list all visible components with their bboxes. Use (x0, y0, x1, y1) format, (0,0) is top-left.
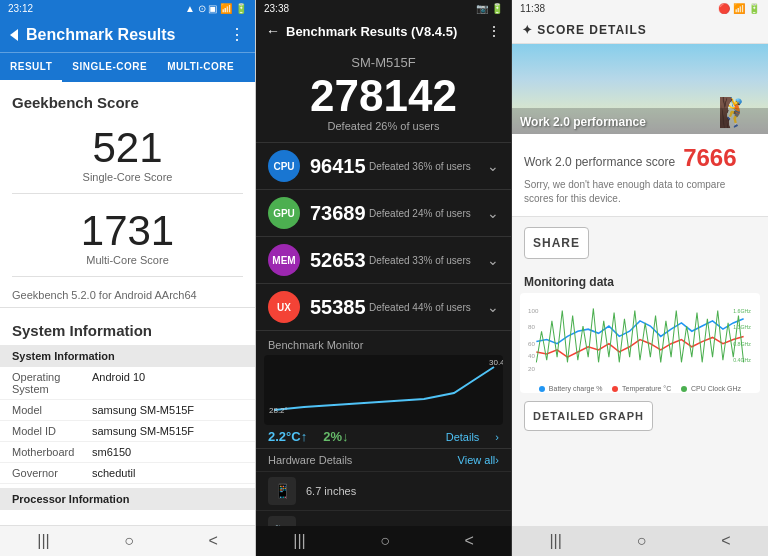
p1-multi-score-block: 1731 Multi-Core Score (0, 200, 255, 270)
p1-time: 23:12 (8, 3, 33, 14)
p1-single-score-number: 521 (0, 127, 255, 169)
p2-hw-item-camera: 📷 5.2 MP+8 MP (256, 510, 511, 526)
p1-tab-result[interactable]: RESULT (0, 53, 62, 82)
p2-nav-back[interactable]: < (464, 532, 473, 550)
p2-mem-chevron: ⌄ (487, 252, 499, 268)
p1-sysinfo-row-mobo: Motherboard sm6150 (0, 442, 255, 463)
p1-processor-header: Processor Information (0, 488, 255, 510)
p2-chart-area: 30.4° 28.2° (264, 355, 503, 425)
p1-sysinfo-row-header: System Information (0, 345, 255, 367)
p2-device-name: SM-M515F (256, 45, 511, 72)
p2-more-icon[interactable]: ⋮ (487, 23, 501, 39)
p2-metric-gpu[interactable]: GPU 73689 Defeated 24% of users ⌄ (256, 189, 511, 236)
svg-text:0.4GHz: 0.4GHz (733, 357, 751, 363)
p3-statusbar: 11:38 🔴 📶 🔋 (512, 0, 768, 17)
p3-share-button[interactable]: SHARE (524, 227, 589, 259)
p2-time: 23:38 (264, 3, 289, 14)
p1-sysinfo-val-mobo: sm6150 (92, 446, 131, 458)
p1-sysinfo-table: System Information Operating System Andr… (0, 345, 255, 484)
p1-tab-single[interactable]: SINGLE-CORE (62, 53, 157, 82)
p2-hw-item-screen: 📱 6.7 inches (256, 471, 511, 510)
p2-hw-screen-text: 6.7 inches (306, 485, 356, 497)
p2-status-icons: 📷 🔋 (476, 3, 503, 14)
p3-temp-dot (612, 386, 618, 392)
p3-nav-back[interactable]: < (721, 532, 730, 550)
p1-back-icon[interactable] (10, 29, 18, 41)
p2-hardware-row: Hardware Details View all › (256, 448, 511, 471)
p1-sysinfo-row-os: Operating System Android 10 (0, 367, 255, 400)
p1-more-icon[interactable]: ⋮ (229, 25, 245, 44)
p1-sysinfo-row-modelid: Model ID samsung SM-M515F (0, 421, 255, 442)
p2-mem-label: Defeated 33% of users (369, 255, 487, 266)
p2-viewall-link[interactable]: View all (458, 454, 496, 466)
p2-toolbar-title: Benchmark Results (V8.4.5) (286, 24, 481, 39)
p3-nav-home[interactable]: ○ (637, 532, 647, 550)
p2-statusbar: 23:38 📷 🔋 (256, 0, 511, 17)
p3-monitoring-chart: 100 80 60 40 20 1.6GHz 1.3GHz 0.8GHz 0.4… (526, 299, 754, 379)
p3-score-section: Work 2.0 performance score 7666 Sorry, w… (512, 134, 768, 217)
p3-monitoring-title: Monitoring data (512, 269, 768, 293)
svg-text:80: 80 (528, 323, 535, 330)
p3-legend-temp: Temperature °C (612, 385, 671, 392)
p3-content: 🧗 Work 2.0 performance Work 2.0 performa… (512, 44, 768, 526)
p2-nav-home[interactable]: ○ (380, 532, 390, 550)
p1-nav-home[interactable]: ○ (124, 532, 134, 550)
p2-gpu-chevron: ⌄ (487, 205, 499, 221)
svg-text:30.4°: 30.4° (489, 358, 503, 367)
p3-detailed-graph-button[interactable]: DETAILED GRAPH (524, 401, 653, 431)
p1-nav-recent[interactable]: ||| (37, 532, 49, 550)
p1-sysinfo-key-os: Operating System (12, 371, 92, 395)
p2-ux-chevron: ⌄ (487, 299, 499, 315)
p3-cpu-dot (681, 386, 687, 392)
svg-text:60: 60 (528, 340, 535, 347)
p3-score-line: Work 2.0 performance score 7666 (524, 144, 756, 172)
p2-screen-icon: 📱 (268, 477, 296, 505)
p1-sysinfo-key-mobo: Motherboard (12, 446, 92, 458)
p1-nav-back[interactable]: < (208, 532, 217, 550)
p2-temp-val: 2.2°C↑ (268, 429, 307, 444)
p2-metric-mem[interactable]: MEM 52653 Defeated 33% of users ⌄ (256, 236, 511, 283)
p3-chart-container: 100 80 60 40 20 1.6GHz 1.3GHz 0.8GHz 0.4… (520, 293, 760, 393)
p2-temp-row: 2.2°C↑ 2%↓ Details › (256, 425, 511, 448)
p2-back-icon[interactable]: ← (266, 23, 280, 39)
p1-divider-2 (12, 276, 243, 277)
svg-text:20: 20 (528, 365, 535, 372)
p2-ux-label: Defeated 44% of users (369, 302, 487, 313)
p1-sysinfo-val-modelid: samsung SM-M515F (92, 425, 194, 437)
svg-text:1.3GHz: 1.3GHz (733, 324, 751, 330)
svg-text:100: 100 (528, 307, 539, 314)
p3-battery-dot (539, 386, 545, 392)
p1-geekbench-title: Geekbench Score (0, 82, 255, 117)
p3-score-label: Work 2.0 performance score (524, 155, 675, 169)
panel-antutu: 23:38 📷 🔋 ← Benchmark Results (V8.4.5) ⋮… (256, 0, 512, 556)
p2-main-score: 278142 (256, 72, 511, 120)
p2-gpu-badge: GPU (268, 197, 300, 229)
p1-status-icons: ▲ ⊙ ▣ 📶 🔋 (185, 3, 247, 14)
p2-cpu-chevron: ⌄ (487, 158, 499, 174)
p1-content: Geekbench Score 521 Single-Core Score 17… (0, 82, 255, 525)
p1-sysinfo-val-os: Android 10 (92, 371, 145, 395)
p2-metric-ux[interactable]: UX 55385 Defeated 44% of users ⌄ (256, 283, 511, 330)
p3-nav-recent[interactable]: ||| (549, 532, 561, 550)
p2-content: SM-M515F 278142 Defeated 26% of users CP… (256, 45, 511, 526)
p2-defeated-text: Defeated 26% of users (256, 120, 511, 132)
p1-sysinfo-val-model: samsung SM-M515F (92, 404, 194, 416)
p2-gpu-label: Defeated 24% of users (369, 208, 487, 219)
p2-metric-cpu[interactable]: CPU 96415 Defeated 36% of users ⌄ (256, 142, 511, 189)
p1-sysinfo-key-modelid: Model ID (12, 425, 92, 437)
p1-divider-1 (12, 193, 243, 194)
p2-cpu-label: Defeated 36% of users (369, 161, 487, 172)
p3-score-value: 7666 (683, 144, 736, 172)
p2-mem-badge: MEM (268, 244, 300, 276)
p1-tab-multi[interactable]: MULTI-CORE (157, 53, 244, 82)
svg-text:1.6GHz: 1.6GHz (733, 308, 751, 314)
p1-sysinfo-val-gov: schedutil (92, 467, 135, 479)
p3-nav: ||| ○ < (512, 526, 768, 556)
p1-toolbar: Benchmark Results ⋮ (0, 17, 255, 52)
p3-banner-text: Work 2.0 performance (520, 115, 646, 129)
p2-nav-recent[interactable]: ||| (293, 532, 305, 550)
p1-sysinfo-header: System Information (0, 312, 255, 345)
p3-legend-battery: Battery charge % (539, 385, 603, 392)
p1-tabs: RESULT SINGLE-CORE MULTI-CORE (0, 52, 255, 82)
p2-details-link[interactable]: Details (446, 431, 480, 443)
